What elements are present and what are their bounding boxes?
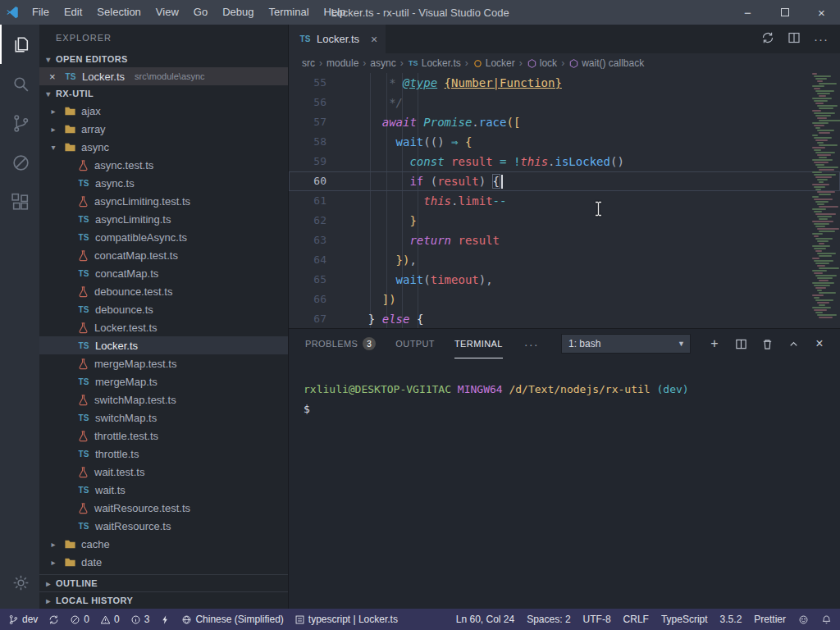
project-header[interactable]: ▾ RX-UTIL [39, 85, 288, 102]
code-line-56[interactable]: 56 */ [289, 93, 840, 112]
breadcrumb-src[interactable]: src [302, 57, 315, 69]
status-warnings[interactable]: 0 [100, 614, 120, 625]
status-ts-version[interactable]: 3.5.2 [720, 614, 742, 625]
status-language-mode[interactable]: TypeScript [661, 614, 708, 625]
activity-settings-button[interactable] [0, 563, 39, 602]
tree-folder-async[interactable]: ▾async [39, 138, 288, 156]
line-number[interactable]: 63 [289, 231, 326, 250]
code-line-60[interactable]: 60 if (result) { [289, 171, 840, 191]
panel-more-button[interactable]: ··· [524, 337, 539, 351]
breadcrumb-locker[interactable]: Locker [472, 57, 515, 69]
tab-locker-ts[interactable]: TSLocker.ts× [289, 25, 386, 53]
tree-file-wait-test-ts[interactable]: wait.test.ts [39, 463, 288, 481]
tree-file-mergemap-test-ts[interactable]: mergeMap.test.ts [39, 354, 288, 372]
breadcrumb-locker-ts[interactable]: TSLocker.ts [408, 57, 461, 69]
status-language-locale[interactable]: Chinese (Simplified) [181, 614, 283, 625]
activity-source-control-button[interactable] [0, 103, 39, 143]
status-feedback[interactable] [798, 614, 809, 625]
line-number[interactable]: 58 [289, 132, 326, 152]
tree-file-concatmap-ts[interactable]: TSconcatMap.ts [39, 264, 288, 282]
code-line-67[interactable]: 67 } else { [289, 309, 840, 328]
status-indentation[interactable]: Spaces: 2 [527, 614, 570, 625]
status-formatter[interactable]: Prettier [754, 614, 786, 625]
activity-extensions-button[interactable] [0, 182, 39, 221]
code-line-57[interactable]: 57 await Promise.race([ [289, 112, 840, 132]
sync-button[interactable] [761, 31, 774, 48]
status-sync[interactable] [48, 614, 59, 625]
tree-file-waitresource-test-ts[interactable]: waitResource.test.ts [39, 499, 288, 517]
tree-file-mergemap-ts[interactable]: TSmergeMap.ts [39, 372, 288, 390]
tree-folder-array[interactable]: ▸array [39, 120, 288, 138]
tree-file-throttle-ts[interactable]: TSthrottle.ts [39, 445, 288, 463]
section-outline[interactable]: ▸OUTLINE [39, 574, 288, 591]
close-file-icon[interactable]: × [49, 71, 59, 83]
tree-file-switchmap-ts[interactable]: TSswitchMap.ts [39, 409, 288, 427]
line-number[interactable]: 65 [289, 270, 326, 290]
panel-tab-terminal[interactable]: TERMINAL [454, 329, 503, 358]
tree-file-async-ts[interactable]: TSasync.ts [39, 174, 288, 192]
tree-folder-ajax[interactable]: ▸ajax [39, 102, 288, 120]
breadcrumb-async[interactable]: async [370, 57, 395, 69]
kill-terminal-button[interactable] [758, 335, 776, 353]
status-typescript-file[interactable]: typescript | Locker.ts [294, 614, 398, 625]
section-local-history[interactable]: ▸LOCAL HISTORY [39, 591, 288, 609]
close-tab-icon[interactable]: × [371, 33, 377, 46]
menu-view[interactable]: View [148, 0, 186, 25]
code-line-66[interactable]: 66 ]) [289, 290, 840, 309]
status-encoding[interactable]: UTF-8 [583, 614, 611, 625]
menu-help[interactable]: Help [317, 0, 354, 25]
breadcrumb-lock[interactable]: lock [527, 57, 557, 69]
tree-file-locker-ts[interactable]: TSLocker.ts [39, 336, 288, 354]
status-infos[interactable]: 3 [130, 614, 150, 625]
minimize-button[interactable]: − [729, 0, 766, 25]
tree-file-wait-ts[interactable]: TSwait.ts [39, 481, 288, 499]
panel-tab-problems[interactable]: PROBLEMS3 [305, 329, 376, 358]
status-feedback-lightning[interactable] [160, 614, 171, 625]
close-panel-button[interactable]: × [810, 335, 829, 353]
menu-terminal[interactable]: Terminal [261, 0, 316, 25]
tree-file-throttle-test-ts[interactable]: throttle.test.ts [39, 427, 288, 445]
line-number[interactable]: 55 [289, 73, 326, 93]
status-eol[interactable]: CRLF [623, 614, 649, 625]
minimap[interactable] [812, 73, 838, 328]
tree-folder-cache[interactable]: ▸cache [39, 535, 288, 553]
code-line-58[interactable]: 58 wait(() ⇒ { [289, 132, 840, 152]
code-line-65[interactable]: 65 wait(timeout), [289, 270, 840, 290]
tree-file-debounce-test-ts[interactable]: debounce.test.ts [39, 282, 288, 300]
line-number[interactable]: 64 [289, 250, 326, 270]
open-editors-header[interactable]: ▾ OPEN EDITORS [39, 51, 288, 67]
menu-edit[interactable]: Edit [57, 0, 89, 25]
split-terminal-button[interactable] [732, 335, 750, 353]
breadcrumb-wait-callback[interactable]: wait() callback [568, 57, 644, 69]
line-number[interactable]: 67 [289, 309, 326, 328]
status-notifications[interactable] [821, 614, 832, 625]
tree-folder-date[interactable]: ▸date [39, 553, 288, 571]
terminal-output[interactable]: rxliuli@DESKTOP-VGI1TAC MINGW64 /d/Text/… [289, 358, 840, 609]
line-number[interactable]: 57 [289, 112, 326, 132]
line-number[interactable]: 60 [289, 171, 326, 191]
status-errors[interactable]: 0 [70, 614, 89, 625]
tree-file-asynclimiting-test-ts[interactable]: asyncLimiting.test.ts [39, 192, 288, 210]
menu-go[interactable]: Go [186, 0, 215, 25]
close-window-button[interactable]: × [803, 0, 840, 25]
new-terminal-button[interactable]: + [705, 335, 724, 353]
menu-file[interactable]: File [25, 0, 57, 25]
status-git-branch[interactable]: dev [8, 614, 38, 625]
tree-file-waitresource-ts[interactable]: TSwaitResource.ts [39, 517, 288, 535]
tree-file-switchmap-test-ts[interactable]: switchMap.test.ts [39, 390, 288, 409]
code-line-61[interactable]: 61 this.limit-- [289, 191, 840, 211]
code-line-63[interactable]: 63 return result [289, 231, 840, 250]
maximize-button[interactable] [766, 0, 803, 25]
tree-file-locker-test-ts[interactable]: Locker.test.ts [39, 318, 288, 336]
line-number[interactable]: 62 [289, 211, 326, 231]
activity-debug-button[interactable] [0, 143, 39, 182]
tree-file-concatmap-test-ts[interactable]: concatMap.test.ts [39, 246, 288, 264]
activity-search-button[interactable] [0, 64, 39, 103]
menu-debug[interactable]: Debug [215, 0, 261, 25]
tree-file-compatibleasync-ts[interactable]: TScompatibleAsync.ts [39, 228, 288, 246]
line-number[interactable]: 61 [289, 191, 326, 211]
line-number[interactable]: 59 [289, 152, 326, 171]
activity-explorer-button[interactable] [0, 25, 39, 64]
terminal-shell-select[interactable]: 1: bash ▼ [561, 334, 691, 354]
line-number[interactable]: 66 [289, 290, 326, 309]
